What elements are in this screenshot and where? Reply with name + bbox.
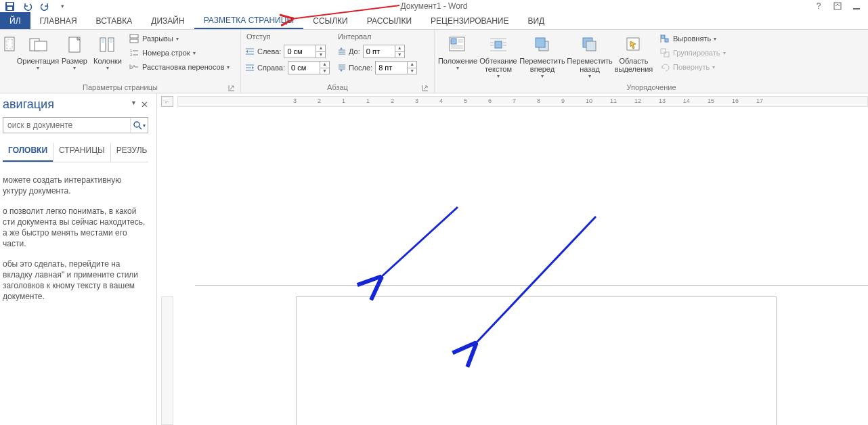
spacing-before-spinbox[interactable]: ▲▼ [363,45,405,58]
spin-up-icon[interactable]: ▲ [316,45,325,51]
dialog-launcher-icon[interactable] [422,85,429,91]
ruler-tick: 13 [659,97,666,104]
bring-forward-button[interactable]: Переместить вперед ▾ [520,32,565,81]
align-icon [659,33,670,44]
spacing-after-input[interactable] [376,64,407,72]
tab-mailings[interactable]: РАССЫЛКИ [357,12,421,29]
svg-rect-42 [495,41,502,48]
ribbon-options-icon[interactable] [833,1,842,11]
tab-home[interactable]: ГЛАВНАЯ [30,12,87,29]
indent-left-icon [245,47,255,56]
orientation-label: Ориентация [17,57,59,65]
tab-references[interactable]: ССЫЛКИ [303,12,357,29]
quick-access-toolbar: ▾ [0,1,68,12]
nav-tab-pages[interactable]: СТРАНИЦЫ [53,143,110,162]
svg-text:2: 2 [130,53,133,57]
line-numbers-label: Номера строк [142,49,190,57]
indent-right-icon [245,63,255,72]
save-icon[interactable] [4,1,15,12]
paragraph-group-label: Абзац [245,83,430,93]
send-backward-label: Переместить назад [567,57,612,73]
chevron-down-icon: ▾ [588,73,591,79]
nav-tab-headings[interactable]: ГОЛОВКИ [3,143,53,162]
chevron-down-icon: ▾ [106,65,109,71]
search-icon[interactable]: ▾ [130,118,148,133]
size-icon [64,34,85,55]
svg-rect-16 [130,35,138,38]
indent-right-input[interactable] [288,64,320,72]
margins-button-partial[interactable] [4,32,16,57]
tab-design[interactable]: ДИЗАЙН [142,12,194,29]
size-button[interactable]: Размер ▾ [60,32,89,72]
selection-pane-button[interactable]: Область выделения [615,32,653,74]
svg-rect-1 [7,3,13,5]
dialog-launcher-icon[interactable] [228,85,235,91]
chevron-down-icon: ▾ [714,36,716,42]
send-backward-button[interactable]: Переместить назад ▾ [567,32,612,81]
svg-rect-58 [664,52,669,57]
indent-title: Отступ [245,32,330,41]
tab-file[interactable]: ЙЛ [0,12,30,29]
columns-icon [97,34,118,55]
vertical-ruler[interactable] [161,296,173,425]
ribbon-tabs: ЙЛ ГЛАВНАЯ ВСТАВКА ДИЗАЙН РАЗМЕТКА СТРАН… [0,12,868,30]
spacing-before-label: До: [349,47,360,55]
redo-icon[interactable] [39,1,50,12]
wrap-text-icon [487,34,509,55]
indent-left-spinbox[interactable]: ▲▼ [284,45,326,58]
undo-icon[interactable] [22,1,32,12]
hyphenation-button[interactable]: bᵃ Расстановка переносов ▾ [127,61,231,73]
breaks-button[interactable]: Разрывы ▾ [127,32,231,45]
spin-up-icon[interactable]: ▲ [320,62,329,68]
wrap-text-button[interactable]: Обтекание текстом ▾ [479,32,517,81]
columns-button[interactable]: Колонки ▾ [92,32,123,72]
tab-review[interactable]: РЕЦЕНЗИРОВАНИЕ [421,12,518,29]
position-button[interactable]: Положение ▾ [439,32,477,72]
window-title: Документ1 - Word [400,1,467,11]
margins-icon [0,34,21,55]
group-paragraph: Отступ Слева: ▲▼ Справа: ▲▼ [241,30,435,93]
breaks-label: Разрывы [142,35,173,43]
navigation-tabs: ГОЛОВКИ СТРАНИЦЫ РЕЗУЛЬ [3,143,148,162]
bring-forward-label: Переместить вперед [519,57,565,73]
tab-view[interactable]: ВИД [518,12,554,29]
indent-left-input[interactable] [284,47,316,55]
help-icon[interactable]: ? [814,1,823,11]
svg-rect-8 [35,41,47,51]
minimize-icon[interactable] [852,1,861,11]
spin-down-icon[interactable]: ▼ [395,51,404,58]
document-page[interactable] [296,296,777,425]
navigation-search[interactable]: ▾ [3,117,148,133]
nav-paragraph: о позволит легко понимать, в какой сти д… [3,206,146,249]
indent-right-spinbox[interactable]: ▲▼ [288,61,330,74]
spin-up-icon[interactable]: ▲ [395,45,404,51]
spin-up-icon[interactable]: ▲ [407,62,416,68]
line-numbers-button[interactable]: 12 Номера строк ▾ [127,47,231,59]
close-icon[interactable]: ✕ [141,99,148,110]
horizontal-ruler[interactable]: 3211234567891011121314151617 [177,96,868,107]
line-numbers-icon: 12 [129,47,139,58]
svg-rect-2 [7,7,12,10]
svg-rect-17 [130,39,138,43]
navigation-body: можете создать интерактивную уктуру доку… [0,162,151,302]
orientation-button[interactable]: Ориентация ▾ [19,32,57,72]
spin-down-icon[interactable]: ▼ [407,68,416,74]
nav-dropdown-icon[interactable]: ▼ [131,99,137,110]
search-input[interactable] [3,118,130,133]
spacing-after-spinbox[interactable]: ▲▼ [375,61,417,74]
qat-customize-icon[interactable]: ▾ [57,1,68,12]
align-button[interactable]: Выровнять ▾ [658,32,727,45]
svg-line-60 [139,127,142,129]
spacing-before-input[interactable] [364,47,395,55]
ruler-tick: 5 [464,97,467,104]
ruler-corner[interactable]: ⌐ [161,96,173,107]
chevron-down-icon: ▾ [176,36,179,42]
tab-insert[interactable]: ВСТАВКА [87,12,142,29]
nav-tab-results[interactable]: РЕЗУЛЬ [110,143,153,162]
spin-down-icon[interactable]: ▼ [316,51,325,58]
spin-down-icon[interactable]: ▼ [320,68,329,74]
tab-page-layout[interactable]: РАЗМЕТКА СТРАНИЦЫ [194,12,304,29]
rotate-button: Повернуть ▾ [658,61,727,73]
rotate-label: Повернуть [673,63,710,71]
hyphenation-label: Расстановка переносов [142,63,224,71]
